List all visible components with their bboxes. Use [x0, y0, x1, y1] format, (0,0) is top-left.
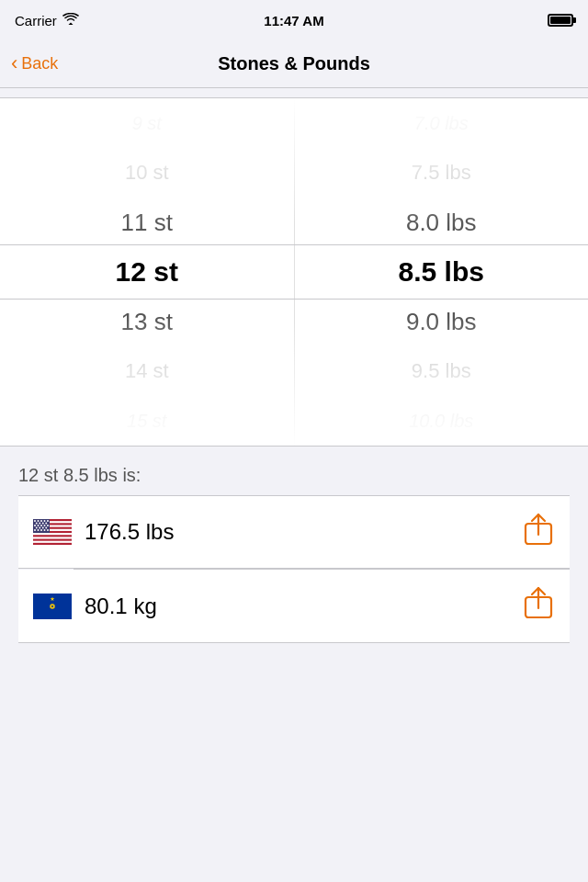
svg-rect-5	[33, 537, 72, 538]
us-flag-icon	[33, 519, 72, 545]
svg-point-13	[36, 523, 38, 525]
picker-item-pounds-4[interactable]: 9.0 lbs	[295, 297, 589, 346]
battery-fill	[550, 17, 571, 24]
picker-item-stones-1[interactable]: 10 st	[0, 148, 294, 198]
nav-title: Stones & Pounds	[218, 53, 370, 74]
back-button[interactable]: ‹ Back	[11, 54, 58, 74]
share-button-eu[interactable]	[522, 590, 555, 623]
svg-point-8	[34, 520, 36, 522]
svg-point-24	[42, 527, 44, 529]
status-left: Carrier	[15, 13, 79, 28]
svg-point-15	[42, 523, 44, 525]
back-chevron-icon: ‹	[11, 53, 17, 74]
svg-point-17	[34, 525, 36, 526]
picker-item-pounds-3[interactable]: 8.5 lbs	[295, 247, 589, 297]
share-button-us[interactable]	[522, 515, 555, 548]
carrier-label: Carrier	[15, 13, 57, 28]
result-label: 12 st 8.5 lbs is:	[18, 465, 570, 486]
picker-item-pounds-2[interactable]: 8.0 lbs	[295, 198, 589, 247]
share-icon-eu	[524, 586, 553, 626]
picker-item-pounds-5[interactable]: 9.5 lbs	[295, 346, 589, 396]
result-rows-container: 176.5 lbs	[18, 495, 570, 643]
status-right	[548, 14, 573, 27]
svg-point-27	[38, 529, 40, 531]
svg-point-14	[39, 523, 40, 525]
picker-item-stones-6[interactable]: 15 st	[0, 396, 294, 446]
result-value-eu: 80.1 kg	[85, 594, 522, 619]
svg-point-19	[40, 525, 42, 526]
svg-point-12	[47, 520, 49, 522]
svg-point-30	[47, 529, 49, 531]
picker-item-stones-4[interactable]: 13 st	[0, 297, 294, 346]
svg-point-21	[47, 525, 49, 526]
result-value-us: 176.5 lbs	[85, 519, 522, 545]
picker-item-stones-3[interactable]: 12 st	[0, 247, 294, 297]
back-label: Back	[21, 54, 58, 74]
wifi-icon	[62, 13, 79, 28]
picker-item-pounds-6[interactable]: 10.0 lbs	[295, 396, 589, 446]
svg-point-18	[38, 525, 40, 526]
svg-point-23	[39, 527, 40, 529]
result-row-us: 176.5 lbs	[18, 495, 570, 569]
battery-icon	[548, 14, 573, 27]
result-row-eu: 80.1 kg	[18, 570, 570, 643]
picker-column-pounds[interactable]: 7.0 lbs7.5 lbs8.0 lbs8.5 lbs9.0 lbs9.5 l…	[295, 98, 589, 446]
status-time: 11:47 AM	[264, 13, 323, 28]
result-area: 12 st 8.5 lbs is:	[0, 447, 588, 643]
picker-item-stones-0[interactable]: 9 st	[0, 98, 294, 148]
picker-item-stones-5[interactable]: 14 st	[0, 346, 294, 396]
eu-flag-icon	[33, 594, 72, 619]
svg-point-16	[45, 523, 47, 525]
status-bar: Carrier 11:47 AM	[0, 0, 588, 40]
svg-rect-6	[33, 541, 72, 543]
picker-item-pounds-1[interactable]: 7.5 lbs	[295, 148, 589, 198]
svg-point-10	[40, 520, 42, 522]
svg-point-11	[44, 520, 46, 522]
picker-item-stones-2[interactable]: 11 st	[0, 198, 294, 247]
svg-rect-4	[33, 533, 72, 535]
svg-point-20	[44, 525, 46, 526]
picker-container[interactable]: 9 st10 st11 st12 st13 st14 st15 st 7.0 l…	[0, 97, 588, 447]
picker-item-pounds-0[interactable]: 7.0 lbs	[295, 98, 589, 148]
share-icon-us	[524, 513, 553, 552]
svg-point-22	[36, 527, 38, 529]
nav-bar: ‹ Back Stones & Pounds	[0, 40, 588, 88]
svg-point-25	[45, 527, 47, 529]
svg-point-9	[38, 520, 40, 522]
svg-point-29	[44, 529, 46, 531]
svg-point-26	[34, 529, 36, 531]
svg-point-28	[40, 529, 42, 531]
picker-column-stones[interactable]: 9 st10 st11 st12 st13 st14 st15 st	[0, 98, 294, 446]
